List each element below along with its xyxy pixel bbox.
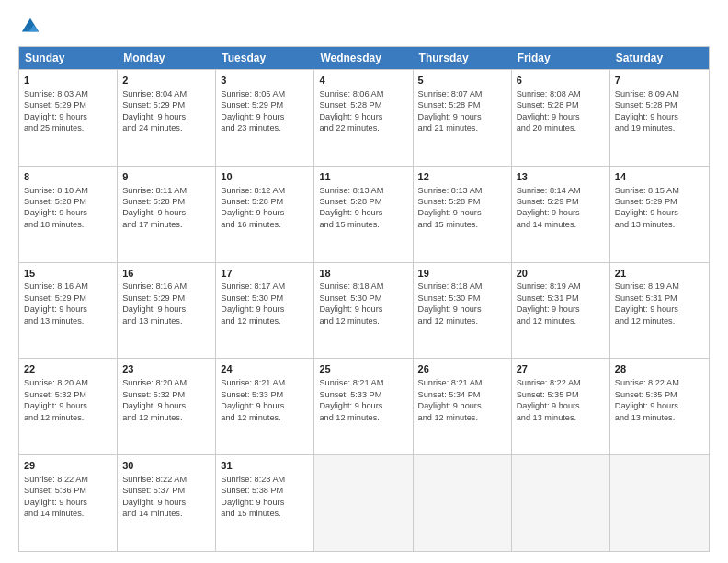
day-info-line: Sunrise: 8:07 AM — [418, 88, 506, 99]
day-number: 27 — [517, 362, 605, 376]
day-number: 16 — [122, 267, 210, 281]
day-info-line: Daylight: 9 hours — [24, 497, 112, 508]
day-number: 23 — [122, 362, 210, 376]
day-number: 30 — [122, 459, 210, 473]
day-info-line: Daylight: 9 hours — [418, 304, 506, 315]
day-info-line: Sunrise: 8:22 AM — [517, 377, 605, 388]
day-info-line: Sunrise: 8:20 AM — [122, 377, 210, 388]
calendar-day-24: 24Sunrise: 8:21 AMSunset: 5:33 PMDayligh… — [216, 359, 314, 454]
day-info-line: Sunrise: 8:18 AM — [418, 281, 506, 292]
day-info-line: Daylight: 9 hours — [122, 304, 210, 315]
calendar-day-1: 1Sunrise: 8:03 AMSunset: 5:29 PMDaylight… — [19, 70, 118, 166]
day-info-line: Sunrise: 8:20 AM — [24, 377, 112, 388]
day-info-line: and 13 minutes. — [517, 412, 605, 423]
day-number: 8 — [24, 170, 112, 184]
day-number: 13 — [517, 170, 605, 184]
day-info-line: and 15 minutes. — [319, 219, 407, 230]
day-number: 5 — [418, 74, 506, 87]
empty-cell — [610, 455, 709, 551]
day-info-line: Daylight: 9 hours — [24, 400, 112, 411]
day-info-line: Sunset: 5:28 PM — [615, 99, 704, 110]
calendar-day-3: 3Sunrise: 8:05 AMSunset: 5:29 PMDaylight… — [216, 70, 314, 166]
calendar-day-29: 29Sunrise: 8:22 AMSunset: 5:36 PMDayligh… — [19, 455, 118, 551]
day-info-line: and 16 minutes. — [221, 219, 309, 230]
day-info-line: and 15 minutes. — [221, 508, 309, 519]
empty-cell — [314, 455, 413, 551]
weekday-header-thursday: Thursday — [414, 47, 512, 69]
calendar: SundayMondayTuesdayWednesdayThursdayFrid… — [18, 46, 710, 552]
calendar-week-1: 1Sunrise: 8:03 AMSunset: 5:29 PMDaylight… — [19, 69, 709, 166]
day-info-line: Daylight: 9 hours — [221, 111, 309, 122]
calendar-day-14: 14Sunrise: 8:15 AMSunset: 5:29 PMDayligh… — [610, 167, 709, 262]
day-info-line: Daylight: 9 hours — [615, 400, 704, 411]
day-info-line: Daylight: 9 hours — [615, 207, 704, 218]
day-info-line: Daylight: 9 hours — [418, 207, 506, 218]
day-info-line: and 12 minutes. — [615, 316, 704, 327]
calendar-day-20: 20Sunrise: 8:19 AMSunset: 5:31 PMDayligh… — [512, 263, 610, 359]
day-info-line: Daylight: 9 hours — [319, 400, 407, 411]
day-info-line: Sunset: 5:37 PM — [122, 485, 210, 496]
day-info-line: Sunset: 5:30 PM — [418, 293, 506, 304]
day-info-line: Daylight: 9 hours — [418, 111, 506, 122]
day-info-line: Sunset: 5:30 PM — [319, 293, 407, 304]
day-info-line: Daylight: 9 hours — [24, 207, 112, 218]
day-info-line: and 13 minutes. — [615, 219, 704, 230]
day-info-line: Sunrise: 8:19 AM — [517, 281, 605, 292]
day-info-line: and 15 minutes. — [418, 219, 506, 230]
calendar-body: 1Sunrise: 8:03 AMSunset: 5:29 PMDaylight… — [19, 69, 709, 551]
day-info-line: and 12 minutes. — [24, 412, 112, 423]
day-info-line: and 12 minutes. — [517, 316, 605, 327]
weekday-header-wednesday: Wednesday — [314, 47, 413, 69]
empty-cell — [512, 455, 610, 551]
day-info-line: and 12 minutes. — [319, 412, 407, 423]
day-number: 15 — [24, 267, 112, 281]
day-number: 1 — [24, 74, 112, 87]
day-info-line: Sunrise: 8:11 AM — [122, 185, 210, 196]
calendar-day-5: 5Sunrise: 8:07 AMSunset: 5:28 PMDaylight… — [414, 70, 512, 166]
day-number: 2 — [122, 74, 210, 87]
weekday-header-saturday: Saturday — [610, 47, 709, 69]
weekday-header-sunday: Sunday — [19, 47, 118, 69]
day-info-line: Sunset: 5:34 PM — [418, 389, 506, 400]
day-info-line: Daylight: 9 hours — [517, 400, 605, 411]
day-number: 20 — [517, 267, 605, 281]
day-info-line: Daylight: 9 hours — [517, 111, 605, 122]
day-info-line: Sunset: 5:36 PM — [24, 485, 112, 496]
day-info-line: Sunrise: 8:04 AM — [122, 88, 210, 99]
day-number: 21 — [615, 267, 704, 281]
day-info-line: Sunset: 5:32 PM — [122, 389, 210, 400]
calendar-day-25: 25Sunrise: 8:21 AMSunset: 5:33 PMDayligh… — [314, 359, 413, 454]
calendar-day-13: 13Sunrise: 8:14 AMSunset: 5:29 PMDayligh… — [512, 167, 610, 262]
day-info-line: Sunrise: 8:13 AM — [319, 185, 407, 196]
day-info-line: Sunset: 5:31 PM — [517, 293, 605, 304]
calendar-day-26: 26Sunrise: 8:21 AMSunset: 5:34 PMDayligh… — [414, 359, 512, 454]
day-info-line: Sunset: 5:28 PM — [319, 99, 407, 110]
day-info-line: Sunrise: 8:13 AM — [418, 185, 506, 196]
day-info-line: Sunrise: 8:22 AM — [615, 377, 704, 388]
day-info-line: Daylight: 9 hours — [319, 207, 407, 218]
day-info-line: Sunset: 5:29 PM — [122, 293, 210, 304]
day-info-line: Sunrise: 8:08 AM — [517, 88, 605, 99]
day-number: 17 — [221, 267, 309, 281]
calendar-week-5: 29Sunrise: 8:22 AMSunset: 5:36 PMDayligh… — [19, 454, 709, 551]
day-number: 29 — [24, 459, 112, 473]
day-info-line: and 12 minutes. — [418, 316, 506, 327]
day-info-line: and 25 minutes. — [24, 122, 112, 133]
day-number: 31 — [221, 459, 309, 473]
day-info-line: and 12 minutes. — [418, 412, 506, 423]
day-info-line: and 12 minutes. — [319, 316, 407, 327]
day-number: 11 — [319, 170, 407, 184]
calendar-day-8: 8Sunrise: 8:10 AMSunset: 5:28 PMDaylight… — [19, 167, 118, 262]
calendar-header: SundayMondayTuesdayWednesdayThursdayFrid… — [19, 47, 709, 69]
day-number: 25 — [319, 362, 407, 376]
day-info-line: Sunrise: 8:16 AM — [122, 281, 210, 292]
day-info-line: Sunset: 5:29 PM — [122, 99, 210, 110]
day-info-line: Daylight: 9 hours — [24, 304, 112, 315]
calendar-day-28: 28Sunrise: 8:22 AMSunset: 5:35 PMDayligh… — [610, 359, 709, 454]
day-number: 3 — [221, 74, 309, 87]
day-info-line: and 14 minutes. — [24, 508, 112, 519]
day-info-line: Daylight: 9 hours — [221, 497, 309, 508]
day-info-line: Sunset: 5:35 PM — [615, 389, 704, 400]
calendar-day-16: 16Sunrise: 8:16 AMSunset: 5:29 PMDayligh… — [118, 263, 216, 359]
day-info-line: Sunrise: 8:21 AM — [319, 377, 407, 388]
